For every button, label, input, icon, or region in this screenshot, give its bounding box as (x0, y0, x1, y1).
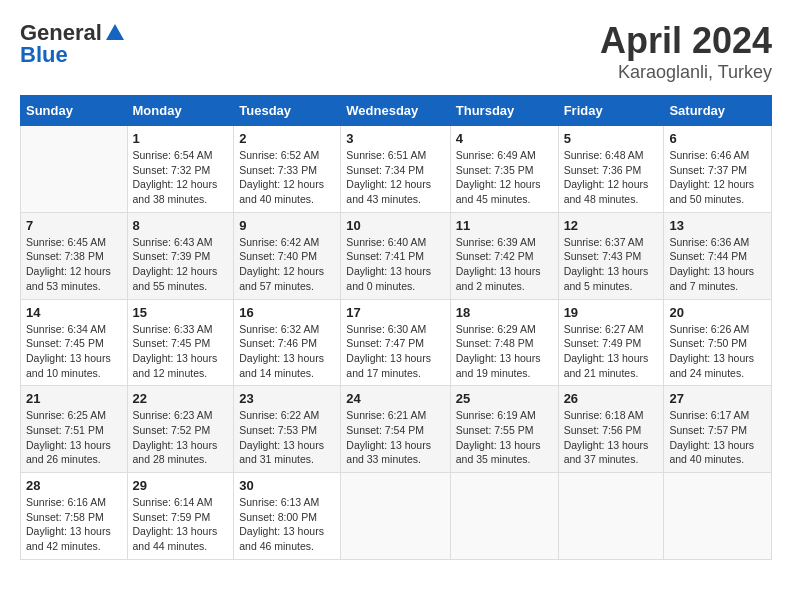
day-number: 3 (346, 131, 444, 146)
day-info: Sunrise: 6:27 AM Sunset: 7:49 PM Dayligh… (564, 322, 659, 381)
weekday-header-friday: Friday (558, 96, 664, 126)
day-number: 14 (26, 305, 122, 320)
day-number: 21 (26, 391, 122, 406)
day-info: Sunrise: 6:29 AM Sunset: 7:48 PM Dayligh… (456, 322, 553, 381)
day-info: Sunrise: 6:45 AM Sunset: 7:38 PM Dayligh… (26, 235, 122, 294)
day-number: 18 (456, 305, 553, 320)
calendar-cell: 23Sunrise: 6:22 AM Sunset: 7:53 PM Dayli… (234, 386, 341, 473)
day-number: 12 (564, 218, 659, 233)
header: General Blue April 2024 Karaoglanli, Tur… (20, 20, 772, 83)
week-row-3: 14Sunrise: 6:34 AM Sunset: 7:45 PM Dayli… (21, 299, 772, 386)
calendar-cell: 17Sunrise: 6:30 AM Sunset: 7:47 PM Dayli… (341, 299, 450, 386)
day-info: Sunrise: 6:23 AM Sunset: 7:52 PM Dayligh… (133, 408, 229, 467)
calendar-cell (450, 473, 558, 560)
day-number: 16 (239, 305, 335, 320)
svg-marker-0 (106, 24, 124, 40)
day-number: 1 (133, 131, 229, 146)
day-info: Sunrise: 6:36 AM Sunset: 7:44 PM Dayligh… (669, 235, 766, 294)
calendar-cell: 1Sunrise: 6:54 AM Sunset: 7:32 PM Daylig… (127, 126, 234, 213)
calendar-cell: 26Sunrise: 6:18 AM Sunset: 7:56 PM Dayli… (558, 386, 664, 473)
day-info: Sunrise: 6:18 AM Sunset: 7:56 PM Dayligh… (564, 408, 659, 467)
day-number: 11 (456, 218, 553, 233)
calendar-cell: 14Sunrise: 6:34 AM Sunset: 7:45 PM Dayli… (21, 299, 128, 386)
logo-blue-text: Blue (20, 42, 68, 68)
day-info: Sunrise: 6:40 AM Sunset: 7:41 PM Dayligh… (346, 235, 444, 294)
day-info: Sunrise: 6:13 AM Sunset: 8:00 PM Dayligh… (239, 495, 335, 554)
calendar-cell (341, 473, 450, 560)
day-info: Sunrise: 6:32 AM Sunset: 7:46 PM Dayligh… (239, 322, 335, 381)
location-title: Karaoglanli, Turkey (600, 62, 772, 83)
calendar-cell: 6Sunrise: 6:46 AM Sunset: 7:37 PM Daylig… (664, 126, 772, 213)
logo: General Blue (20, 20, 126, 68)
week-row-4: 21Sunrise: 6:25 AM Sunset: 7:51 PM Dayli… (21, 386, 772, 473)
calendar-cell: 3Sunrise: 6:51 AM Sunset: 7:34 PM Daylig… (341, 126, 450, 213)
calendar-cell: 30Sunrise: 6:13 AM Sunset: 8:00 PM Dayli… (234, 473, 341, 560)
calendar-cell: 24Sunrise: 6:21 AM Sunset: 7:54 PM Dayli… (341, 386, 450, 473)
week-row-2: 7Sunrise: 6:45 AM Sunset: 7:38 PM Daylig… (21, 212, 772, 299)
day-info: Sunrise: 6:16 AM Sunset: 7:58 PM Dayligh… (26, 495, 122, 554)
day-number: 29 (133, 478, 229, 493)
day-info: Sunrise: 6:22 AM Sunset: 7:53 PM Dayligh… (239, 408, 335, 467)
day-number: 4 (456, 131, 553, 146)
calendar-cell: 13Sunrise: 6:36 AM Sunset: 7:44 PM Dayli… (664, 212, 772, 299)
weekday-header-monday: Monday (127, 96, 234, 126)
calendar-cell: 27Sunrise: 6:17 AM Sunset: 7:57 PM Dayli… (664, 386, 772, 473)
day-number: 19 (564, 305, 659, 320)
calendar-cell (558, 473, 664, 560)
day-number: 25 (456, 391, 553, 406)
calendar-cell: 7Sunrise: 6:45 AM Sunset: 7:38 PM Daylig… (21, 212, 128, 299)
day-info: Sunrise: 6:14 AM Sunset: 7:59 PM Dayligh… (133, 495, 229, 554)
calendar-cell: 2Sunrise: 6:52 AM Sunset: 7:33 PM Daylig… (234, 126, 341, 213)
day-number: 9 (239, 218, 335, 233)
day-number: 13 (669, 218, 766, 233)
calendar-cell: 9Sunrise: 6:42 AM Sunset: 7:40 PM Daylig… (234, 212, 341, 299)
calendar-cell (21, 126, 128, 213)
calendar-cell: 16Sunrise: 6:32 AM Sunset: 7:46 PM Dayli… (234, 299, 341, 386)
calendar-table: SundayMondayTuesdayWednesdayThursdayFrid… (20, 95, 772, 560)
day-info: Sunrise: 6:33 AM Sunset: 7:45 PM Dayligh… (133, 322, 229, 381)
day-info: Sunrise: 6:30 AM Sunset: 7:47 PM Dayligh… (346, 322, 444, 381)
day-number: 20 (669, 305, 766, 320)
weekday-header-sunday: Sunday (21, 96, 128, 126)
week-row-1: 1Sunrise: 6:54 AM Sunset: 7:32 PM Daylig… (21, 126, 772, 213)
day-info: Sunrise: 6:26 AM Sunset: 7:50 PM Dayligh… (669, 322, 766, 381)
day-number: 5 (564, 131, 659, 146)
day-info: Sunrise: 6:51 AM Sunset: 7:34 PM Dayligh… (346, 148, 444, 207)
day-number: 30 (239, 478, 335, 493)
calendar-cell: 10Sunrise: 6:40 AM Sunset: 7:41 PM Dayli… (341, 212, 450, 299)
day-info: Sunrise: 6:42 AM Sunset: 7:40 PM Dayligh… (239, 235, 335, 294)
day-info: Sunrise: 6:19 AM Sunset: 7:55 PM Dayligh… (456, 408, 553, 467)
calendar-cell: 19Sunrise: 6:27 AM Sunset: 7:49 PM Dayli… (558, 299, 664, 386)
day-number: 17 (346, 305, 444, 320)
day-info: Sunrise: 6:46 AM Sunset: 7:37 PM Dayligh… (669, 148, 766, 207)
weekday-header-saturday: Saturday (664, 96, 772, 126)
day-number: 22 (133, 391, 229, 406)
day-number: 8 (133, 218, 229, 233)
day-number: 7 (26, 218, 122, 233)
month-title: April 2024 (600, 20, 772, 62)
weekday-header-tuesday: Tuesday (234, 96, 341, 126)
calendar-cell: 29Sunrise: 6:14 AM Sunset: 7:59 PM Dayli… (127, 473, 234, 560)
logo-icon (104, 22, 126, 44)
day-number: 6 (669, 131, 766, 146)
day-number: 28 (26, 478, 122, 493)
day-number: 27 (669, 391, 766, 406)
calendar-cell: 11Sunrise: 6:39 AM Sunset: 7:42 PM Dayli… (450, 212, 558, 299)
week-row-5: 28Sunrise: 6:16 AM Sunset: 7:58 PM Dayli… (21, 473, 772, 560)
day-info: Sunrise: 6:17 AM Sunset: 7:57 PM Dayligh… (669, 408, 766, 467)
day-info: Sunrise: 6:52 AM Sunset: 7:33 PM Dayligh… (239, 148, 335, 207)
calendar-cell: 21Sunrise: 6:25 AM Sunset: 7:51 PM Dayli… (21, 386, 128, 473)
day-info: Sunrise: 6:34 AM Sunset: 7:45 PM Dayligh… (26, 322, 122, 381)
day-info: Sunrise: 6:21 AM Sunset: 7:54 PM Dayligh… (346, 408, 444, 467)
weekday-header-thursday: Thursday (450, 96, 558, 126)
day-info: Sunrise: 6:43 AM Sunset: 7:39 PM Dayligh… (133, 235, 229, 294)
calendar-cell: 5Sunrise: 6:48 AM Sunset: 7:36 PM Daylig… (558, 126, 664, 213)
calendar-cell: 12Sunrise: 6:37 AM Sunset: 7:43 PM Dayli… (558, 212, 664, 299)
calendar-cell: 15Sunrise: 6:33 AM Sunset: 7:45 PM Dayli… (127, 299, 234, 386)
weekday-header-row: SundayMondayTuesdayWednesdayThursdayFrid… (21, 96, 772, 126)
day-number: 26 (564, 391, 659, 406)
calendar-cell (664, 473, 772, 560)
calendar-cell: 20Sunrise: 6:26 AM Sunset: 7:50 PM Dayli… (664, 299, 772, 386)
day-info: Sunrise: 6:54 AM Sunset: 7:32 PM Dayligh… (133, 148, 229, 207)
calendar-cell: 8Sunrise: 6:43 AM Sunset: 7:39 PM Daylig… (127, 212, 234, 299)
